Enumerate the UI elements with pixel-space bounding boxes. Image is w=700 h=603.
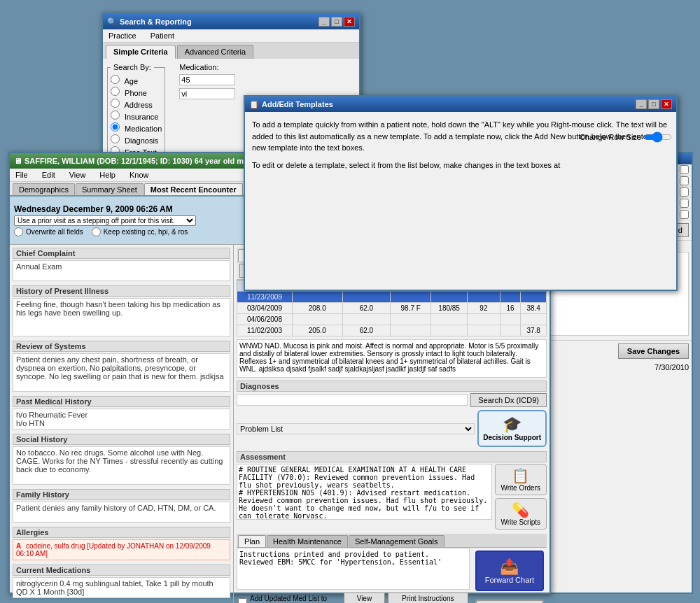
- tab-plan[interactable]: Plan: [238, 535, 266, 547]
- vitals-bmi-3: [521, 314, 547, 325]
- radio-diagnosis-label[interactable]: Diagnosis: [111, 134, 162, 146]
- problem-list-select[interactable]: Problem List: [237, 423, 475, 434]
- shared-item-check-2[interactable]: [680, 176, 689, 185]
- emr-menu-know[interactable]: Know: [127, 170, 152, 180]
- save-changes-button[interactable]: Save Changes: [618, 343, 689, 359]
- decision-support-btn[interactable]: 🎓 Decision Support: [477, 410, 547, 447]
- tab-health-maintenance[interactable]: Health Maintenance: [267, 535, 348, 547]
- radio-insurance[interactable]: [111, 111, 120, 120]
- medication-label: Medication:: [179, 63, 235, 71]
- pmh-content[interactable]: h/o Rheumatic Fever h/o HTN: [13, 409, 230, 430]
- sign-off-btn[interactable]: ✍ Sign-Off: [475, 600, 544, 603]
- current-meds-content[interactable]: nitroglycerin 0.4 mg sublingual tablet, …: [13, 577, 230, 598]
- search-close-btn[interactable]: ✕: [344, 17, 355, 27]
- table-row[interactable]: 11/02/2003 205.0 62.0 37.8: [237, 325, 547, 336]
- search-dx-btn[interactable]: Search Dx (ICD9): [470, 393, 547, 407]
- shared-item-check-1[interactable]: [680, 165, 689, 174]
- assessment-label: Assessment: [237, 451, 547, 462]
- table-row[interactable]: 11/23/2009: [237, 292, 547, 303]
- change-row-size-section: Change Row Size: [580, 132, 672, 143]
- radio-phone-label[interactable]: Phone: [111, 86, 162, 98]
- write-orders-btn[interactable]: 📋 Write Orders: [495, 464, 547, 495]
- template-close-btn[interactable]: ✕: [661, 99, 672, 109]
- medication-input1[interactable]: [179, 74, 235, 85]
- emr-menu-file[interactable]: File: [13, 170, 31, 180]
- social-content[interactable]: No tobacco. No rec drugs. Some alcohol u…: [13, 446, 230, 485]
- chief-complaint-content[interactable]: Annual Exam: [13, 260, 230, 281]
- hpi-section: History of Present Illness Feeling fine,…: [13, 285, 230, 336]
- radio-overwrite[interactable]: [14, 227, 23, 236]
- tab-summary-sheet[interactable]: Summary Sheet: [76, 183, 144, 195]
- hpi-label: History of Present Illness: [13, 285, 230, 297]
- assessment-textarea[interactable]: [237, 464, 492, 520]
- vitals-rr-3: [500, 314, 521, 325]
- tab-advanced-criteria[interactable]: Advanced Criteria: [177, 45, 253, 59]
- add-med-label: Add Updated Med List to Plan: [250, 595, 341, 603]
- radio-medication-label[interactable]: Medication: [111, 122, 162, 134]
- tab-self-mgmt-goals[interactable]: Self-Management Goals: [349, 535, 444, 547]
- vitals-rr-1: [500, 292, 521, 303]
- hpi-content[interactable]: Feeling fine, though hasn't been taking …: [13, 298, 230, 336]
- emr-menu-view[interactable]: View: [66, 170, 89, 180]
- forward-chart-label: Forward Chart: [485, 576, 534, 584]
- view-draft-btn[interactable]: View Draft: [344, 593, 385, 603]
- vitals-weight-3: [292, 314, 342, 325]
- assessment-section: Assessment 📋 Write Orders 💊 Write Script…: [237, 451, 547, 530]
- diagnoses-input[interactable]: [237, 395, 468, 406]
- visit-date: Wednesday December 9, 2009 06:26 AM: [14, 204, 273, 214]
- shared-item-check-3[interactable]: [680, 187, 689, 197]
- add-med-list-label[interactable]: Add Updated Med List to Plan: [238, 593, 341, 603]
- save-section: Save Changes: [526, 340, 692, 362]
- write-scripts-btn[interactable]: 💊 Write Scripts: [495, 498, 547, 530]
- radio-address[interactable]: [111, 99, 120, 108]
- template-minimize-btn[interactable]: _: [636, 99, 647, 109]
- radio-diagnosis[interactable]: [111, 134, 120, 143]
- template-window: 📋 Add/Edit Templates _ □ ✕ To add a temp…: [244, 95, 678, 291]
- table-row[interactable]: 04/06/2008: [237, 314, 547, 325]
- vitals-bmi-2: 38.4: [521, 303, 547, 314]
- print-instructions-btn[interactable]: Print Instructions [Plan]: [388, 593, 468, 603]
- radio-keep[interactable]: [92, 227, 101, 236]
- tab-most-recent-encounter[interactable]: Most Recent Encounter: [144, 183, 243, 195]
- keep-label[interactable]: Keep existing cc, hpi, & ros: [92, 227, 188, 236]
- template-maximize-btn[interactable]: □: [648, 99, 659, 109]
- vitals-bp-4: [431, 325, 468, 336]
- overwrite-label[interactable]: Overwrite all fields: [14, 227, 83, 236]
- shared-item-check-4[interactable]: [680, 199, 689, 208]
- tab-simple-criteria[interactable]: Simple Criteria: [106, 45, 176, 59]
- search-maximize-btn[interactable]: □: [331, 17, 342, 27]
- exam-note[interactable]: WNWD NAD. Mucosa is pink and moist. Affe…: [237, 339, 547, 378]
- radio-age[interactable]: [111, 75, 120, 84]
- radio-age-label[interactable]: Age: [111, 74, 162, 86]
- radio-phone[interactable]: [111, 87, 120, 96]
- write-scripts-icon: 💊: [501, 502, 541, 518]
- write-orders-icon: 📋: [501, 467, 541, 484]
- right-action-btns: 📋 Write Orders 💊 Write Scripts: [495, 464, 547, 530]
- template-titlebar: 📋 Add/Edit Templates _ □ ✕: [245, 97, 676, 112]
- search-menu-practice[interactable]: Practice: [106, 31, 139, 41]
- add-med-list-check[interactable]: [238, 598, 247, 604]
- allergies-label: Allergies: [13, 527, 230, 538]
- shared-item-check-5[interactable]: [680, 210, 689, 219]
- search-minimize-btn[interactable]: _: [318, 17, 330, 27]
- radio-medication[interactable]: [111, 122, 120, 132]
- emr-menu-edit[interactable]: Edit: [39, 170, 58, 180]
- ros-content[interactable]: Patient denies any chest pain, shortness…: [13, 353, 230, 392]
- plan-textarea[interactable]: [237, 548, 470, 590]
- emr-menu-help[interactable]: Help: [97, 170, 118, 180]
- right-content: Physical Exam Pictures Illustrations Con…: [234, 245, 550, 603]
- emr-body: Chief Complaint Annual Exam History of P…: [10, 245, 550, 603]
- row-size-slider[interactable]: [644, 132, 672, 143]
- forward-chart-btn[interactable]: 📤 Forward Chart: [475, 551, 544, 591]
- medication-input2[interactable]: [179, 88, 235, 99]
- tab-demographics[interactable]: Demographics: [13, 183, 75, 195]
- radio-address-label[interactable]: Address: [111, 98, 162, 110]
- visit-option-select[interactable]: Use a prior visit as a stepping off poin…: [14, 215, 196, 226]
- family-content[interactable]: Patient denies any family history of CAD…: [13, 502, 230, 523]
- search-menu-patient[interactable]: Patient: [148, 31, 177, 41]
- decision-label: Decision Support: [483, 434, 541, 441]
- radio-insurance-label[interactable]: Insurance: [111, 110, 162, 122]
- table-row[interactable]: 03/04/2009 208.0 62.0 98.7 F 180/85 92 1…: [237, 303, 547, 314]
- vitals-date-1: 11/23/2009: [237, 292, 293, 303]
- vitals-temp-4: [391, 325, 431, 336]
